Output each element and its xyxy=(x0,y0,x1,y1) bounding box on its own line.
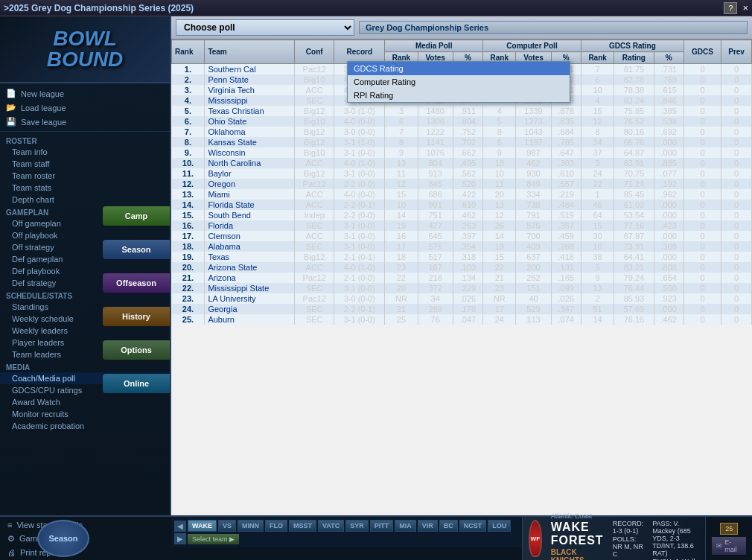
sidebar-item-team-info[interactable]: Team info xyxy=(0,146,170,158)
cell-team[interactable]: Arizona State xyxy=(205,262,295,273)
cell-rank3: 64 xyxy=(581,210,614,220)
team-tab-ncst[interactable]: NCST xyxy=(459,520,487,532)
team-tab-vs[interactable]: VS xyxy=(218,520,236,532)
team-tab-vatc[interactable]: VATC xyxy=(318,520,344,532)
bottom-bar: ◀ WAKE VS MINN FLO MSST VATC SYR PITT MI… xyxy=(171,515,752,560)
cell-pct1: .702 xyxy=(453,137,482,147)
table-row: 20.Arizona StateACC4-0 (1-0)23167.103222… xyxy=(172,262,752,273)
table-row: 8.Kansas StateBig123-1 (1-0)81141.702611… xyxy=(172,137,752,147)
cell-record: 2-1 (0-1) xyxy=(334,252,385,262)
cell-team[interactable]: LA University xyxy=(205,293,295,304)
cell-pct2: .131 xyxy=(551,262,581,273)
cell-pct3: .654 xyxy=(654,273,684,283)
cell-team[interactable]: Florida xyxy=(205,220,295,231)
team-tab-bc[interactable]: BC xyxy=(439,520,458,532)
cell-votes1: 991 xyxy=(418,200,453,210)
cell-pct1: .318 xyxy=(453,252,482,262)
cell-team[interactable]: Mississippi xyxy=(205,95,295,106)
poll-select[interactable]: Choose poll GDCS Rating Computer Rating … xyxy=(176,19,354,36)
tab-online[interactable]: Online xyxy=(103,374,170,393)
sidebar-item-monitor-recruits[interactable]: Monitor recruits xyxy=(0,408,170,420)
cell-rating: 85.45 xyxy=(614,189,654,200)
cell-team[interactable]: Mississippi State xyxy=(205,283,295,293)
cell-conf: SEC xyxy=(295,314,334,325)
cell-team[interactable]: Auburn xyxy=(205,314,295,325)
cell-rank: 25. xyxy=(172,314,205,325)
col-rank3: Rank xyxy=(581,52,614,64)
tab-history[interactable]: History xyxy=(103,307,170,326)
tab-offseason[interactable]: Offseason xyxy=(103,273,170,293)
sidebar-item-award-watch[interactable]: Award Watch xyxy=(0,396,170,408)
cell-rank3: 2 xyxy=(581,293,614,304)
cell-team[interactable]: Wisconsin xyxy=(205,147,295,158)
cell-team[interactable]: Miami xyxy=(205,189,295,200)
cell-pct1: .662 xyxy=(453,147,482,158)
season-circle-button[interactable]: Season xyxy=(37,520,89,557)
cell-pct3: .615 xyxy=(654,85,684,95)
cell-rank1: 12 xyxy=(385,179,418,189)
print-report-button[interactable]: 🖨 Print report xyxy=(4,547,167,559)
cell-record: 3-1 (0-0) xyxy=(334,168,385,179)
team-tab-flo[interactable]: FLO xyxy=(265,520,287,532)
cell-team[interactable]: Southern Cal xyxy=(205,64,295,75)
cell-team[interactable]: Penn State xyxy=(205,74,295,85)
cell-rank3: 8 xyxy=(581,127,614,137)
sidebar-item-academic-probation[interactable]: Academic probation xyxy=(0,420,170,432)
team-tab-msst[interactable]: MSST xyxy=(289,520,316,532)
cell-team[interactable]: Texas xyxy=(205,252,295,262)
cell-rank: 15. xyxy=(172,210,205,220)
cell-team[interactable]: Arizona xyxy=(205,273,295,283)
cell-team[interactable]: Virginia Tech xyxy=(205,85,295,95)
dropdown-item-gdcs[interactable]: GDCS Rating xyxy=(348,62,570,75)
cell-pct1: .047 xyxy=(453,314,482,325)
table-row: 12.OregonPac122-2 (0-0)12845.52011849.55… xyxy=(172,179,752,189)
cell-team[interactable]: Oklahoma xyxy=(205,127,295,137)
sidebar-item-weekly-leaders[interactable]: Weekly leaders xyxy=(0,325,170,337)
team-tab-minn[interactable]: MINN xyxy=(238,520,264,532)
sidebar-item-team-roster[interactable]: Team roster xyxy=(0,170,170,182)
team-tab-wake[interactable]: WAKE xyxy=(188,520,217,532)
dropdown-item-computer[interactable]: Computer Rating xyxy=(348,75,570,89)
cell-pct3: .731 xyxy=(654,64,684,75)
cell-votes2: 462 xyxy=(516,158,551,168)
tab-options[interactable]: Options xyxy=(103,340,170,360)
cell-team[interactable]: Clemson xyxy=(205,231,295,241)
help-button[interactable]: ? xyxy=(724,2,737,14)
cell-pct2: .647 xyxy=(551,147,581,158)
sidebar-item-team-stats[interactable]: Team stats xyxy=(0,182,170,194)
tab-season[interactable]: Season xyxy=(103,240,170,259)
team-tab-pitt[interactable]: PITT xyxy=(370,520,394,532)
arrow-right-icon[interactable]: ▶ xyxy=(174,533,186,544)
cell-team[interactable]: North Carolina xyxy=(205,158,295,168)
cell-team[interactable]: Georgia xyxy=(205,304,295,314)
tab-camp[interactable]: Camp xyxy=(103,206,170,226)
sidebar-item-depth-chart[interactable]: Depth chart xyxy=(0,194,170,206)
cell-votes2: 1339 xyxy=(516,106,551,116)
team-tab-syr[interactable]: SYR xyxy=(345,520,369,532)
rankings-table-container[interactable]: Rank Team Conf Record Media Poll Compute… xyxy=(171,39,752,515)
cell-team[interactable]: South Bend xyxy=(205,210,295,220)
team-tab-vir[interactable]: VIR xyxy=(418,520,438,532)
sidebar-item-team-staff[interactable]: Team staff xyxy=(0,158,170,170)
cell-team[interactable]: Oregon xyxy=(205,179,295,189)
save-league-button[interactable]: 💾 Save league xyxy=(0,115,170,129)
cell-team[interactable]: Ohio State xyxy=(205,116,295,127)
cell-team[interactable]: Florida State xyxy=(205,200,295,210)
cell-team[interactable]: Baylor xyxy=(205,168,295,179)
new-league-button[interactable]: 📄 New league xyxy=(0,86,170,101)
team-tab-lou[interactable]: LOU xyxy=(488,520,511,532)
cell-team[interactable]: Alabama xyxy=(205,241,295,252)
load-league-button[interactable]: 📂 Load league xyxy=(0,101,170,115)
new-league-label: New league xyxy=(21,89,64,98)
cell-rating: 83.21 xyxy=(614,262,654,273)
arrow-left-icon[interactable]: ◀ xyxy=(174,521,186,532)
cell-team[interactable]: Kansas State xyxy=(205,137,295,147)
select-team-button[interactable]: Select team ▶ xyxy=(188,534,239,544)
dropdown-item-rpi[interactable]: RPI Rating xyxy=(348,89,570,102)
email-button[interactable]: ✉ E-mail xyxy=(712,537,746,555)
cell-team[interactable]: Texas Christian xyxy=(205,106,295,116)
close-button[interactable]: × xyxy=(742,2,748,13)
logo-line1: BOWL xyxy=(47,28,124,49)
team-tab-mia[interactable]: MIA xyxy=(395,520,416,532)
table-row: 23.LA UniversityPac123-0 (0-0)NR34.026NR… xyxy=(172,293,752,304)
